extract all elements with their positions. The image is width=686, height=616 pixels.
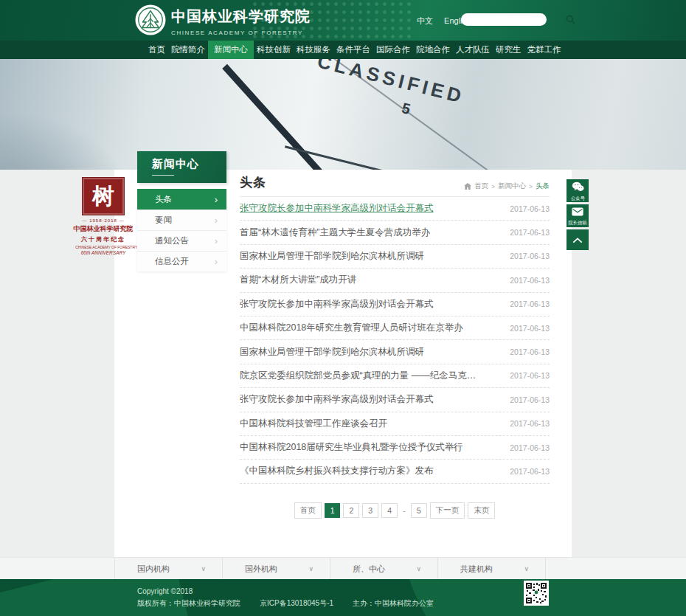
lang-zh-link[interactable]: 中文 — [417, 16, 433, 25]
news-title-link[interactable]: 《中国林科院乡村振兴科技支撑行动方案》发布 — [240, 465, 434, 477]
pagination-button[interactable]: 4 — [381, 503, 398, 518]
footer-dropdown[interactable]: 国内机构 ∨ — [115, 558, 223, 580]
pagination-button[interactable]: 2 — [343, 503, 359, 518]
pagination-button[interactable]: 下一页 — [430, 502, 465, 519]
nav-item[interactable]: 党群工作 — [524, 41, 564, 59]
footer-dropdown-label: 国外机构 — [245, 564, 277, 575]
news-date: 2017-06-13 — [510, 467, 550, 476]
forestry-logo-icon[interactable] — [135, 4, 166, 35]
news-date: 2017-06-13 — [510, 395, 550, 404]
news-title-link[interactable]: 院京区党委组织院部党员参观“真理的力量 ——纪念马克思诞辰200周年主题展览 — [240, 370, 483, 382]
footer-decor-wedge — [0, 579, 191, 616]
sidebar-item[interactable]: 头条 › — [137, 189, 226, 210]
news-title-link[interactable]: 张守攻院长参加中南科学家高级别对话会开幕式 — [240, 202, 434, 215]
nav-item[interactable]: 人才队伍 — [453, 41, 493, 59]
news-title-link[interactable]: 张守攻院长参加中南科学家高级别对话会开幕式 — [240, 393, 434, 406]
footer-dropdown[interactable]: 共建机构 ∨ — [438, 558, 546, 580]
nav-item[interactable]: 研究生 — [493, 41, 524, 59]
sidebar-item[interactable]: 要闻 › — [137, 210, 226, 230]
breadcrumb-separator: > — [529, 183, 533, 190]
news-title-link[interactable]: 中国林科院2018年研究生教育管理人员研讨班在京举办 — [240, 322, 463, 334]
floating-toolbar: 公众号 院长信箱 — [567, 179, 589, 250]
pagination-button[interactable]: 首页 — [294, 502, 322, 519]
page: 中国林业科学研究院 CHINESE ACADEMY OF FORESTRY 中文… — [0, 0, 686, 616]
news-date: 2017-06-13 — [510, 204, 550, 213]
top-header: 中国林业科学研究院 CHINESE ACADEMY OF FORESTRY 中文… — [0, 0, 686, 41]
wechat-public-button[interactable]: 公众号 — [567, 179, 589, 202]
chevron-right-icon: › — [215, 236, 218, 246]
nav-item[interactable]: 国际合作 — [373, 41, 413, 59]
pagination-button[interactable]: 1 — [325, 503, 341, 518]
search-input[interactable] — [468, 15, 566, 24]
breadcrumb-item[interactable]: 头条 — [536, 181, 550, 191]
seal-years: 1958-2018 — [72, 218, 134, 223]
footer-dropdown-label: 国内机构 — [137, 564, 170, 575]
news-row: 张守攻院长参加中南科学家高级别对话会开幕式 2017-06-13 — [240, 388, 550, 412]
home-icon — [464, 183, 471, 190]
news-row: 中国林科院2018届研究生毕业典礼暨学位授予仪式举行 2017-06-13 — [240, 436, 550, 460]
page-title: 头条 — [240, 174, 266, 191]
chevron-down-icon: ∨ — [524, 565, 529, 572]
wechat-label: 公众号 — [571, 195, 585, 201]
footer-dropdown[interactable]: 国外机构 ∨ — [223, 558, 330, 580]
breadcrumb-items: 首页>新闻中心>头条 — [474, 181, 550, 191]
brand-block: 中国林业科学研究院 CHINESE ACADEMY OF FORESTRY — [171, 7, 311, 36]
sidebar-title-underline — [152, 175, 174, 176]
nav-item[interactable]: 院情简介 — [168, 41, 208, 59]
news-title-link[interactable]: 国家林业局管理干部学院到哈尔滨林机所调研 — [240, 346, 424, 359]
footer-links-row: 国内机构 ∨ 国外机构 ∨ 所、中心 ∨ 共建机构 ∨ — [114, 558, 547, 580]
sidebar-item[interactable]: 信息公开 › — [137, 251, 226, 271]
pagination-button[interactable]: 末页 — [468, 502, 495, 519]
news-title-link[interactable]: 首期“木材所大讲堂”成功开讲 — [240, 274, 356, 286]
news-row: 首届“林木遗传育种”主题大学生夏令营成功举办 2017-06-13 — [240, 221, 550, 244]
chevron-down-icon: ∨ — [308, 565, 313, 572]
sidebar-item[interactable]: 通知公告 › — [137, 230, 226, 251]
nav-item[interactable]: 科技创新 — [254, 41, 294, 59]
hero-banner: CLASSIFIED 5 — [0, 59, 686, 170]
mail-icon — [572, 207, 583, 218]
news-date: 2017-06-13 — [510, 419, 550, 428]
breadcrumb-item[interactable]: 首页 — [474, 181, 488, 191]
sidebar-header: 新闻中心 — [137, 151, 226, 183]
banner-shade — [0, 103, 148, 170]
news-date: 2017-06-13 — [510, 347, 550, 356]
footer-dropdown-label: 所、中心 — [353, 564, 385, 575]
nav-item[interactable]: 科技服务 — [294, 41, 333, 59]
news-list: 张守攻院长参加中南科学家高级别对话会开幕式 2017-06-13 首届“林木遗传… — [240, 197, 550, 484]
breadcrumb: 首页>新闻中心>头条 — [464, 181, 550, 191]
news-title-link[interactable]: 中国林科院科技管理工作座谈会召开 — [240, 418, 387, 430]
news-title-link[interactable]: 中国林科院2018届研究生毕业典礼暨学位授予仪式举行 — [240, 441, 463, 454]
footer-dropdown-label: 共建机构 — [460, 564, 493, 575]
mailbox-label: 院长信箱 — [568, 219, 586, 226]
sidebar-item-label: 头条 — [155, 194, 172, 205]
news-title-link[interactable]: 首届“林木遗传育种”主题大学生夏令营成功举办 — [240, 226, 430, 239]
news-date: 2017-06-13 — [510, 300, 550, 308]
qr-code — [524, 581, 549, 606]
nav-item[interactable]: 院地合作 — [413, 41, 453, 59]
back-to-top-button[interactable] — [567, 229, 589, 250]
banner-stripe — [285, 145, 586, 170]
nav-item[interactable]: 新闻中心 — [208, 41, 254, 59]
president-mailbox-button[interactable]: 院长信箱 — [567, 204, 589, 227]
news-date: 2017-06-13 — [510, 371, 550, 380]
news-row: 张守攻院长参加中南科学家高级别对话会开幕式 2017-06-13 — [240, 293, 550, 316]
footer-dropdown[interactable]: 所、中心 ∨ — [330, 558, 438, 580]
pagination-button[interactable]: 5 — [411, 503, 427, 518]
footer-copyright: Copyright ©2018 — [137, 587, 193, 595]
news-date: 2017-06-13 — [510, 276, 550, 285]
sidebar: 新闻中心 头条 › 要闻 › 通知公告 › 信息公开 › — [137, 151, 226, 271]
breadcrumb-item[interactable]: 新闻中心 — [498, 181, 526, 191]
news-title-link[interactable]: 国家林业局管理干部学院到哈尔滨林机所调研 — [240, 250, 424, 263]
nav-item[interactable]: 首页 — [145, 41, 168, 59]
footer: Copyright ©2018 版权所有：中国林业科学研究院 京ICP备1301… — [0, 579, 686, 616]
footer-icp[interactable]: 京ICP备13018045号-1 — [260, 598, 333, 609]
news-date: 2017-06-13 — [510, 252, 550, 260]
news-row: 中国林科院2018年研究生教育管理人员研讨班在京举办 2017-06-13 — [240, 316, 550, 340]
news-row: 《中国林科院乡村振兴科技支撑行动方案》发布 2017-06-13 — [240, 460, 550, 483]
pagination-button[interactable]: 3 — [362, 503, 378, 518]
search-icon[interactable] — [566, 15, 575, 24]
news-row: 首期“木材所大讲堂”成功开讲 2017-06-13 — [240, 269, 550, 292]
seal-name-en: CHINESE ACADEMY OF FORESTRY — [75, 245, 131, 249]
news-title-link[interactable]: 张守攻院长参加中南科学家高级别对话会开幕式 — [240, 298, 434, 311]
nav-item[interactable]: 条件平台 — [333, 41, 373, 59]
